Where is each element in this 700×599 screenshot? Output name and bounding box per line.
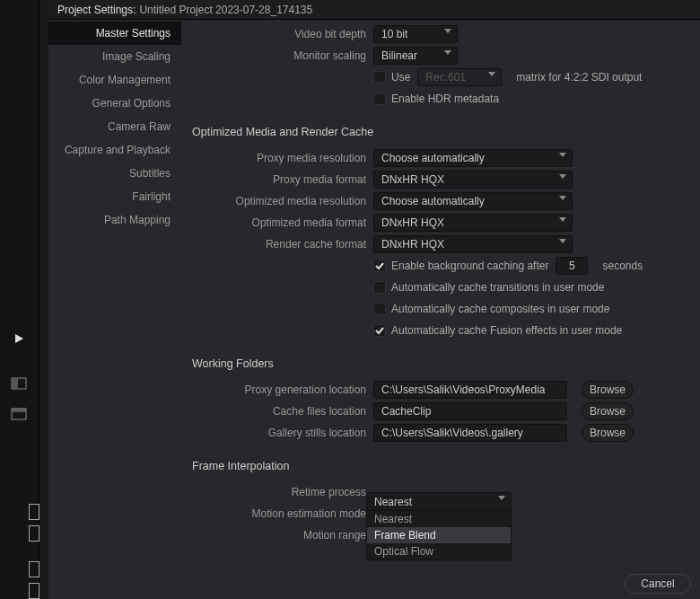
auto-cache-fusion-label: Automatically cache Fusion effects in us… — [391, 324, 622, 337]
dialog-content: Master Settings Image Scaling Color Mana… — [48, 20, 700, 599]
enable-bg-caching-label: Enable background caching after — [391, 260, 548, 272]
sidebar-item-color-management[interactable]: Color Management — [48, 68, 181, 92]
proxy-media-format-select[interactable]: DNxHR HQX — [373, 171, 573, 189]
panel-icon-1[interactable] — [9, 374, 29, 393]
sidebar-item-general-options[interactable]: General Options — [48, 92, 181, 115]
sidebar-item-subtitles[interactable]: Subtitles — [48, 162, 181, 185]
video-bit-depth-label: Video bit depth — [190, 28, 366, 40]
chevron-down-icon — [559, 217, 566, 222]
retime-option-optical-flow[interactable]: Optical Flow — [367, 543, 511, 559]
chevron-down-icon — [559, 239, 566, 243]
optimized-media-format-label: Optimized media format — [190, 216, 366, 229]
section-working-folders: Working Folders — [192, 357, 687, 370]
cache-files-location-input[interactable]: CacheClip — [373, 402, 567, 420]
bg-caching-seconds-tail: seconds — [602, 260, 643, 272]
motion-estimation-mode-label: Motion estimation mode — [190, 507, 366, 520]
chevron-down-icon — [488, 72, 495, 76]
proxy-location-browse-button[interactable]: Browse — [582, 381, 634, 399]
cache-files-location-label: Cache files location — [190, 405, 366, 418]
sidebar-item-path-mapping[interactable]: Path Mapping — [48, 208, 181, 232]
sidebar-item-fairlight[interactable]: Fairlight — [48, 185, 181, 208]
chevron-down-icon — [559, 174, 566, 179]
chevron-down-icon — [559, 153, 566, 157]
auto-cache-transitions-checkbox[interactable] — [373, 281, 386, 294]
proxy-generation-location-label: Proxy generation location — [190, 383, 366, 396]
retime-option-nearest[interactable]: Nearest — [367, 511, 511, 527]
monitor-scaling-select[interactable]: Bilinear — [373, 47, 458, 65]
svg-rect-2 — [12, 378, 18, 389]
render-cache-format-label: Render cache format — [190, 238, 366, 251]
bg-caching-seconds-input[interactable]: 5 — [556, 257, 588, 275]
settings-sidebar: Master Settings Image Scaling Color Mana… — [48, 20, 181, 599]
svg-marker-0 — [15, 334, 23, 343]
proxy-media-resolution-select[interactable]: Choose automatically — [373, 149, 573, 167]
use-matrix-checkbox[interactable] — [373, 71, 386, 84]
enable-hdr-label: Enable HDR metadata — [391, 92, 499, 105]
gallery-stills-location-input[interactable]: C:\Users\Salik\Videos\.gallery — [373, 424, 567, 442]
sidebar-item-image-scaling[interactable]: Image Scaling — [48, 45, 181, 68]
chevron-down-icon — [498, 496, 505, 500]
retime-option-frame-blend[interactable]: Frame Blend — [367, 527, 511, 543]
chevron-down-icon — [559, 196, 566, 200]
auto-cache-composites-label: Automatically cache composites in user m… — [391, 303, 609, 315]
gallery-stills-location-label: Gallery stills location — [190, 427, 366, 439]
enable-bg-caching-checkbox[interactable] — [373, 260, 386, 272]
enable-hdr-checkbox[interactable] — [373, 92, 386, 105]
app-left-strip — [0, 0, 39, 599]
settings-panel: Video bit depth 10 bit Monitor scaling B… — [181, 20, 700, 599]
matrix-tail-label: matrix for 4:2:2 SDI output — [516, 71, 642, 84]
section-optimized-media: Optimized Media and Render Cache — [192, 126, 687, 138]
cancel-button[interactable]: Cancel — [625, 574, 691, 594]
section-frame-interpolation: Frame Interpolation — [192, 460, 687, 472]
dialog-title-bar: Project Settings: Untitled Project 2023-… — [48, 0, 700, 20]
monitor-scaling-label: Monitor scaling — [190, 49, 366, 62]
use-label: Use — [391, 71, 410, 84]
motion-range-label: Motion range — [190, 529, 366, 542]
dialog-title-label: Project Settings: — [57, 4, 136, 16]
sidebar-item-camera-raw[interactable]: Camera Raw — [48, 115, 181, 138]
project-settings-dialog: Project Settings: Untitled Project 2023-… — [48, 0, 700, 599]
sidebar-item-capture-playback[interactable]: Capture and Playback — [48, 138, 181, 162]
chevron-down-icon — [444, 29, 451, 33]
render-cache-format-select[interactable]: DNxHR HQX — [373, 235, 573, 253]
playhead-icon — [9, 329, 29, 348]
sidebar-item-master-settings[interactable]: Master Settings — [48, 22, 181, 45]
matrix-select: Rec.601 — [417, 68, 502, 86]
proxy-media-format-label: Proxy media format — [190, 173, 366, 186]
gallery-location-browse-button[interactable]: Browse — [582, 424, 634, 442]
proxy-generation-location-input[interactable]: C:\Users\Salik\Videos\ProxyMedia — [373, 381, 567, 399]
auto-cache-transitions-label: Automatically cache transitions in user … — [391, 281, 604, 294]
auto-cache-fusion-checkbox[interactable] — [373, 324, 386, 337]
optimized-media-resolution-label: Optimized media resolution — [190, 195, 366, 207]
timeline-tracks-hint — [0, 464, 39, 599]
proxy-media-resolution-label: Proxy media resolution — [190, 152, 366, 164]
video-bit-depth-select[interactable]: 10 bit — [373, 25, 458, 43]
panel-icon-2[interactable] — [9, 404, 29, 424]
dialog-project-name: Untitled Project 2023-07-28_174135 — [139, 4, 312, 16]
optimized-media-format-select[interactable]: DNxHR HQX — [373, 214, 573, 232]
retime-process-select-open[interactable]: Nearest Nearest Frame Blend Optical Flow — [366, 492, 512, 560]
chevron-down-icon — [444, 50, 451, 55]
auto-cache-composites-checkbox[interactable] — [373, 303, 386, 315]
cache-location-browse-button[interactable]: Browse — [582, 402, 634, 420]
svg-rect-3 — [12, 409, 26, 412]
optimized-media-resolution-select[interactable]: Choose automatically — [373, 192, 573, 210]
retime-process-label: Retime process — [190, 486, 366, 498]
